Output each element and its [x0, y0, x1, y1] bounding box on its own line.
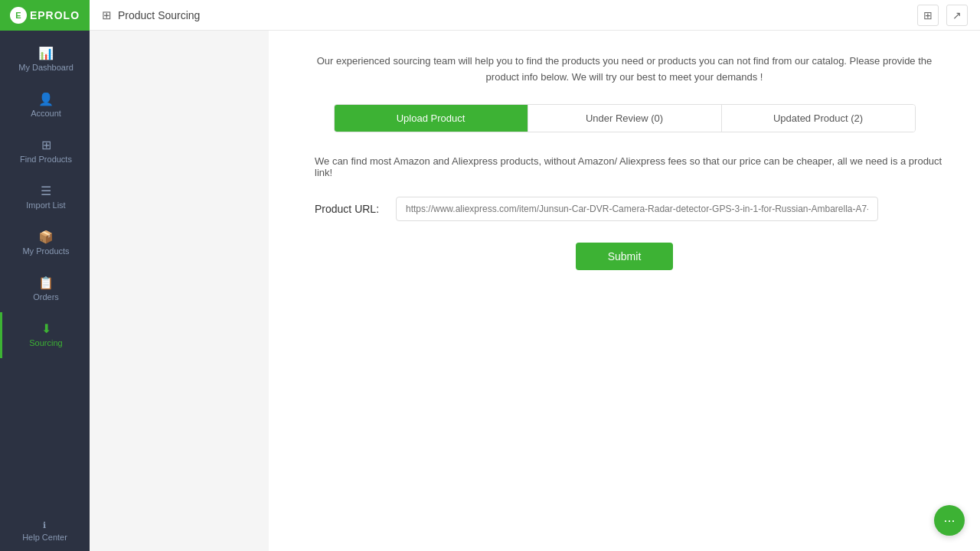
sidebar-label-find-products: Find Products [20, 155, 72, 164]
tab-upload-product[interactable]: Upload Product [335, 105, 528, 132]
sidebar-nav: 📊 My Dashboard 👤 Account ⊞ Find Products… [0, 31, 90, 511]
sidebar-bottom: ℹ Help Center [0, 511, 90, 551]
sidebar-item-help[interactable]: ℹ Help Center [22, 520, 67, 542]
help-icon: ℹ [43, 520, 46, 530]
info-text: We can find most Amazon and Aliexpress p… [299, 155, 949, 178]
account-icon: 👤 [38, 93, 54, 106]
chat-button[interactable]: ··· [934, 505, 965, 536]
orders-icon: 📋 [38, 277, 54, 289]
topbar: ⊞ Product Sourcing ⊞ ↗ [90, 0, 980, 31]
main-content: Our experienced sourcing team will help … [269, 31, 980, 551]
sidebar-item-account[interactable]: 👤 Account [0, 83, 90, 129]
my-products-icon: 📦 [38, 231, 54, 243]
sidebar-item-find-products[interactable]: ⊞ Find Products [0, 129, 90, 174]
sidebar-label-account: Account [31, 109, 61, 118]
find-products-icon: ⊞ [41, 139, 51, 152]
submit-button[interactable]: Submit [576, 243, 674, 270]
sidebar-label-import-list: Import List [26, 201, 65, 210]
tab-under-review[interactable]: Under Review (0) [528, 105, 721, 132]
logo-icon: E [10, 7, 27, 24]
topbar-nav-icon: ⊞ [102, 8, 112, 22]
topbar-left: ⊞ Product Sourcing [102, 8, 917, 22]
product-url-input[interactable] [396, 197, 878, 221]
sidebar: E EPROLO 📊 My Dashboard 👤 Account ⊞ Find… [0, 0, 90, 551]
sidebar-label-sourcing: Sourcing [29, 338, 62, 347]
logo[interactable]: E EPROLO [0, 0, 90, 31]
chat-icon: ··· [943, 513, 955, 529]
sidebar-item-my-products[interactable]: 📦 My Products [0, 220, 90, 266]
sourcing-icon: ⬇ [41, 323, 51, 335]
content-area: ⊞ Product Sourcing ⊞ ↗ Our experienced s… [179, 0, 980, 551]
submit-row: Submit [299, 243, 949, 270]
topbar-title: Product Sourcing [118, 9, 200, 21]
sidebar-label-my-products: My Products [22, 246, 69, 256]
tab-updated-product[interactable]: Updated Product (2) [721, 105, 915, 132]
sidebar-label-orders: Orders [33, 292, 59, 302]
sidebar-item-import-list[interactable]: ☰ Import List [0, 174, 90, 220]
topbar-export-button[interactable]: ↗ [946, 5, 968, 26]
tabs-row: Upload Product Under Review (0) Updated … [334, 104, 916, 132]
sidebar-item-orders[interactable]: 📋 Orders [0, 266, 90, 312]
sidebar-item-sourcing[interactable]: ⬇ Sourcing [0, 312, 90, 358]
product-url-row: Product URL: [299, 197, 949, 221]
dashboard-icon: 📊 [38, 47, 54, 60]
import-list-icon: ☰ [41, 185, 51, 197]
product-url-label: Product URL: [315, 203, 384, 215]
topbar-right: ⊞ ↗ [917, 5, 968, 26]
description-text: Our experienced sourcing team will help … [311, 54, 939, 86]
sidebar-label-dashboard: My Dashboard [18, 63, 74, 72]
sidebar-item-dashboard[interactable]: 📊 My Dashboard [0, 37, 90, 83]
topbar-grid-button[interactable]: ⊞ [917, 5, 939, 26]
logo-text: EPROLO [30, 9, 80, 21]
help-label: Help Center [22, 533, 67, 542]
